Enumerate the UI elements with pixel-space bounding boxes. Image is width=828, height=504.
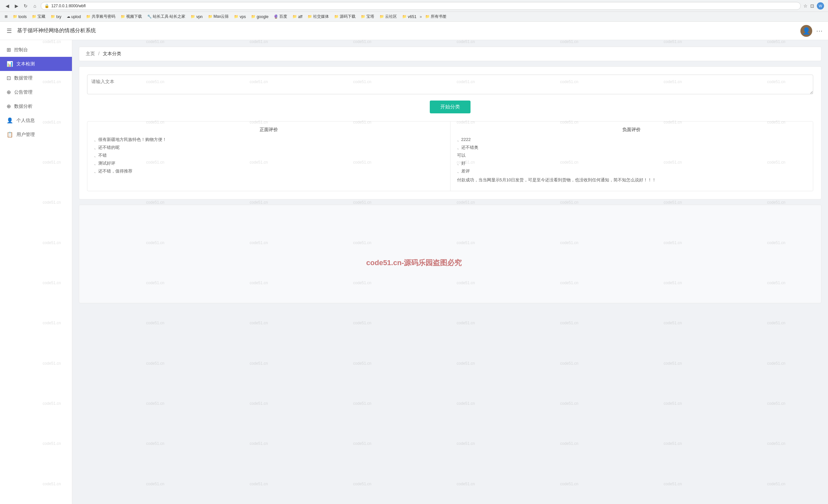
negative-item-1: 、还不错奥 (456, 144, 808, 151)
sidebar-item-label: 数据分析 (14, 103, 33, 110)
personal-info-icon: 👤 (7, 117, 13, 124)
bookmark-v651[interactable]: 📁v651 (400, 14, 418, 20)
bookmark-google[interactable]: 📁google (249, 14, 271, 20)
forward-btn[interactable]: ▶ (13, 3, 20, 9)
negative-label: 负面评价 (456, 127, 808, 133)
text-detection-icon: 📊 (7, 61, 13, 67)
back-btn[interactable]: ◀ (4, 3, 10, 9)
app-container: ☰ 基于循环神经网络的情感分析系统 👤 ··· ⊞ 控制台 📊 文本检测 ⊡ 数… (0, 22, 828, 504)
breadcrumb-home[interactable]: 主页 (86, 51, 95, 56)
sidebar-item-label: 控制台 (14, 47, 28, 53)
app-title: 基于循环神经网络的情感分析系统 (17, 27, 96, 34)
bookmark-百度[interactable]: 🔮百度 (272, 13, 289, 20)
announcement-icon: ⊕ (7, 89, 11, 95)
browser-user-avatar[interactable]: W (817, 2, 824, 9)
bookmark-宝藏[interactable]: 📁宝藏 (30, 13, 47, 20)
bookmark-Max云筛[interactable]: 📁Max云筛 (206, 13, 231, 20)
header-right: 👤 ··· (800, 25, 823, 37)
bookmark-vps[interactable]: 📁vps (232, 14, 248, 20)
bookmark-站长工具·站长之家[interactable]: 🔧站长工具·站长之家 (145, 13, 187, 20)
bookmark-源码下载[interactable]: 📁源码下载 (332, 13, 358, 20)
sidebar-item-label: 个人信息 (16, 118, 35, 124)
negative-item-2: 可以 (456, 153, 808, 158)
positive-item-4: 、还不错，值得推荐 (93, 168, 445, 174)
extension-icon[interactable]: ⊡ (810, 3, 814, 8)
main-content: 主页 / 文本分类 开始分类 正面评价 、很有新疆地方民族特色！购物方便！ 、还… (72, 40, 828, 504)
user-management-icon: 📋 (7, 131, 13, 138)
bookmark-所有书签[interactable]: 📁所有书签 (423, 13, 449, 20)
bottom-section (79, 205, 821, 303)
analysis-card: 开始分类 正面评价 、很有新疆地方民族特色！购物方便！ 、还不错的呢 、不错 、… (79, 67, 821, 200)
text-input[interactable] (87, 75, 813, 94)
sidebar-item-text-detection[interactable]: 📊 文本检测 (0, 57, 72, 71)
sidebar-item-dashboard[interactable]: ⊞ 控制台 (0, 43, 72, 57)
sidebar-item-label: 文本检测 (16, 61, 35, 67)
more-button[interactable]: ··· (816, 27, 823, 35)
negative-item-3: 、好 (456, 160, 808, 166)
url-bar[interactable]: 🔒 127.0.0.1:8000/wbfl (41, 2, 801, 10)
bookmark-tools[interactable]: 📁tools (11, 14, 29, 20)
sidebar-item-data-analysis[interactable]: ⊕ 数据分析 (0, 99, 72, 113)
sidebar-item-user-management[interactable]: 📋 用户管理 (0, 127, 72, 141)
bookmarks-bar: ⊞ 📁tools📁宝藏📁txy☁uplod📁共享账号密码📁视频下载🔧站长工具·站… (0, 12, 828, 22)
bookmark-宝塔[interactable]: 📁宝塔 (359, 13, 376, 20)
dashboard-icon: ⊞ (7, 47, 11, 53)
user-avatar[interactable]: 👤 (800, 25, 812, 37)
negative-item-4: 、差评 (456, 168, 808, 174)
bookmark-云社区[interactable]: 📁云社区 (377, 13, 399, 20)
sidebar-item-data-management[interactable]: ⊡ 数据管理 (0, 71, 72, 85)
refresh-btn[interactable]: ↻ (22, 3, 29, 9)
header-left: ☰ 基于循环神经网络的情感分析系统 (5, 26, 96, 36)
breadcrumb: 主页 / 文本分类 (79, 47, 821, 61)
sidebar-item-label: 用户管理 (16, 132, 35, 138)
bookmark-apps[interactable]: ⊞ (3, 14, 9, 19)
sidebar-item-personal-info[interactable]: 👤 个人信息 (0, 113, 72, 127)
app-body: ⊞ 控制台 📊 文本检测 ⊡ 数据管理 ⊕ 公告管理 ⊕ 数据分析 👤 个人信息 (0, 40, 828, 504)
data-management-icon: ⊡ (7, 75, 11, 81)
positive-label: 正面评价 (93, 127, 445, 133)
positive-item-2: 、不错 (93, 153, 445, 158)
positive-item-1: 、还不错的呢 (93, 144, 445, 151)
bookmark-社交媒体[interactable]: 📁社交媒体 (305, 13, 331, 20)
data-analysis-icon: ⊕ (7, 103, 11, 110)
classify-button[interactable]: 开始分类 (430, 100, 470, 113)
positive-item-0: 、很有新疆地方民族特色！购物方便！ (93, 137, 445, 142)
negative-long-text: 付款成功，当当网显示5月10日发货，可是至今还没看到货物，也没收到任何通知，简不… (456, 177, 808, 184)
sidebar-item-label: 数据管理 (14, 75, 33, 81)
sidebar: ⊞ 控制台 📊 文本检测 ⊡ 数据管理 ⊕ 公告管理 ⊕ 数据分析 👤 个人信息 (0, 40, 72, 504)
positive-panel: 正面评价 、很有新疆地方民族特色！购物方便！ 、还不错的呢 、不错 、测试好评 … (87, 122, 451, 191)
browser-icons: ☆ ⊡ W (803, 2, 824, 9)
bookmark-aff[interactable]: 📁aff (290, 14, 304, 20)
home-btn[interactable]: ⌂ (32, 3, 38, 9)
hamburger-button[interactable]: ☰ (5, 26, 13, 36)
breadcrumb-current: 文本分类 (103, 51, 121, 56)
sidebar-item-announcement[interactable]: ⊕ 公告管理 (0, 85, 72, 99)
negative-item-0: 、2222 (456, 137, 808, 142)
bookmark-共享账号密码[interactable]: 📁共享账号密码 (84, 13, 117, 20)
browser-chrome: ◀ ▶ ↻ ⌂ 🔒 127.0.0.1:8000/wbfl ☆ ⊡ W (0, 0, 828, 12)
sidebar-item-label: 公告管理 (14, 89, 33, 95)
bookmark-vpn[interactable]: 📁vpn (189, 14, 204, 20)
star-icon[interactable]: ☆ (803, 3, 808, 8)
bookmark-视频下载[interactable]: 📁视频下载 (119, 13, 144, 20)
negative-panel: 负面评价 、2222 、还不错奥 可以 、好 、差评 付款成功，当当网显示5月1… (451, 122, 813, 191)
bookmark-uplod[interactable]: ☁uplod (65, 14, 83, 20)
bookmark-txy[interactable]: 📁txy (49, 14, 63, 20)
results-container: 正面评价 、很有新疆地方民族特色！购物方便！ 、还不错的呢 、不错 、测试好评 … (87, 121, 813, 191)
app-header: ☰ 基于循环神经网络的情感分析系统 👤 ··· (0, 22, 828, 40)
breadcrumb-separator: / (98, 51, 99, 56)
positive-item-3: 、测试好评 (93, 160, 445, 166)
